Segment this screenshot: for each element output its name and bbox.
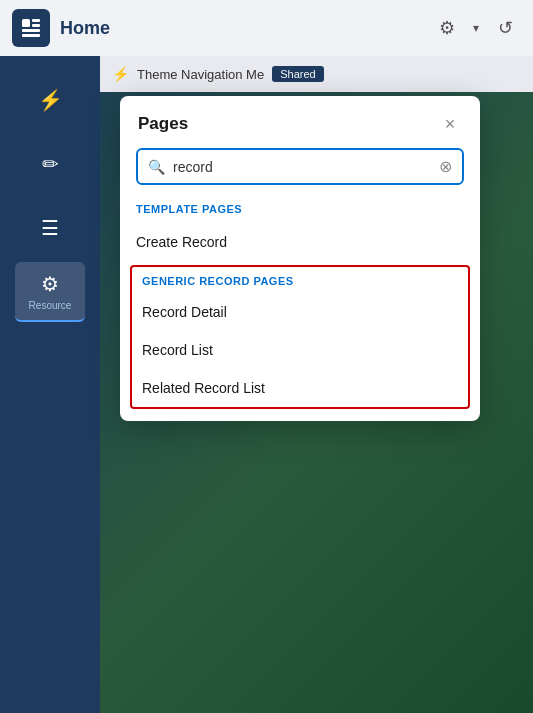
close-button[interactable]: × xyxy=(438,112,462,136)
create-record-item[interactable]: Create Record xyxy=(120,223,480,261)
clear-search-button[interactable]: ⊗ xyxy=(439,157,452,176)
dropdown-arrow-icon[interactable]: ▾ xyxy=(473,21,479,35)
svg-rect-0 xyxy=(22,19,30,27)
generic-section-label: GENERIC RECORD PAGES xyxy=(132,267,468,293)
svg-rect-3 xyxy=(22,29,40,32)
template-pages-section: TEMPLATE PAGES Create Record xyxy=(120,199,480,261)
page-title: Home xyxy=(60,18,421,39)
svg-rect-1 xyxy=(32,19,40,22)
sidebar-item-pencil[interactable]: ✏ xyxy=(15,134,85,194)
search-box: 🔍 ⊗ xyxy=(136,148,464,185)
search-icon: 🔍 xyxy=(148,159,165,175)
gear-button[interactable]: ⚙ xyxy=(431,12,463,44)
modal-title: Pages xyxy=(138,114,188,134)
refresh-button[interactable]: ↺ xyxy=(489,12,521,44)
related-record-list-item[interactable]: Related Record List xyxy=(132,369,468,407)
svg-rect-4 xyxy=(22,34,40,37)
top-bar: Home ⚙ ▾ ↺ xyxy=(0,0,533,56)
template-section-label: TEMPLATE PAGES xyxy=(120,199,480,223)
search-input[interactable] xyxy=(173,159,431,175)
search-container: 🔍 ⊗ xyxy=(120,148,480,199)
sidebar-item-label: Resource xyxy=(29,300,72,311)
svg-rect-2 xyxy=(32,24,40,27)
modal-header: Pages × xyxy=(120,96,480,148)
sidebar: ⚡ ✏ ☰ ⚙ Resource xyxy=(0,0,100,713)
list-sidebar-icon: ☰ xyxy=(41,216,59,240)
refresh-icon: ↺ xyxy=(498,17,513,39)
record-detail-item[interactable]: Record Detail xyxy=(132,293,468,331)
sidebar-item-list[interactable]: ☰ xyxy=(15,198,85,258)
sidebar-item-settings[interactable]: ⚙ Resource xyxy=(15,262,85,322)
modal-overlay: Pages × 🔍 ⊗ TEMPLATE PAGES Create Record… xyxy=(100,56,533,713)
sidebar-item-lightning[interactable]: ⚡ xyxy=(15,70,85,130)
generic-record-pages-section: GENERIC RECORD PAGES Record Detail Recor… xyxy=(130,265,470,409)
settings-sidebar-icon: ⚙ xyxy=(41,272,59,296)
app-logo xyxy=(12,9,50,47)
close-icon: × xyxy=(445,114,456,135)
pencil-sidebar-icon: ✏ xyxy=(42,152,59,176)
lightning-sidebar-icon: ⚡ xyxy=(38,88,63,112)
gear-icon: ⚙ xyxy=(439,17,455,39)
record-list-item[interactable]: Record List xyxy=(132,331,468,369)
pages-modal: Pages × 🔍 ⊗ TEMPLATE PAGES Create Record… xyxy=(120,96,480,421)
